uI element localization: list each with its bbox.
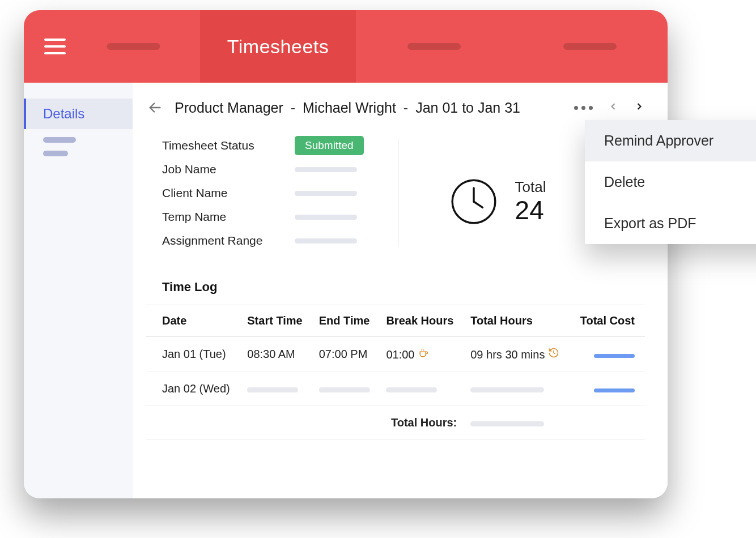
total-value: 24 xyxy=(515,196,546,225)
total-summary: Total 24 xyxy=(432,134,546,253)
client-name-value xyxy=(295,191,357,196)
job-name-value xyxy=(295,167,357,172)
cell-placeholder xyxy=(319,387,370,392)
back-button[interactable] xyxy=(146,99,164,117)
header-placeholder xyxy=(407,43,461,50)
info-fields: Timesheet Status Submitted Job Name Clie… xyxy=(146,134,364,253)
cell-date: Jan 01 (Tue) xyxy=(146,337,240,372)
coffee-icon xyxy=(418,348,429,361)
chevron-right-icon xyxy=(634,101,645,112)
hamburger-menu-icon[interactable] xyxy=(44,39,66,54)
sidebar-placeholder xyxy=(43,151,68,156)
cell-start: 08:30 AM xyxy=(240,337,312,372)
cell-end: 07:00 PM xyxy=(312,337,380,372)
divider xyxy=(398,139,398,247)
temp-name-value xyxy=(295,215,357,220)
col-date: Date xyxy=(146,305,240,337)
app-window: Timesheets Details Product Manager - Mic… xyxy=(24,10,668,498)
col-total: Total Hours xyxy=(464,305,570,337)
footer-label: Total Hours: xyxy=(379,406,464,440)
action-export-pdf[interactable]: Export as PDF xyxy=(585,203,756,244)
breadcrumb-bar: Product Manager - Michael Wright - Jan 0… xyxy=(146,99,645,117)
assignment-range-value xyxy=(295,238,357,244)
cell-cost-placeholder xyxy=(594,354,635,358)
clock-icon xyxy=(449,177,498,226)
col-cost: Total Cost xyxy=(570,305,645,337)
arrow-left-icon xyxy=(147,100,163,116)
crumb-role: Product Manager xyxy=(175,100,283,116)
actions-menu: Remind Approver Delete Export as PDF xyxy=(585,120,756,244)
timelog-heading: Time Log xyxy=(162,280,645,294)
job-name-label: Job Name xyxy=(162,163,295,176)
col-start: Start Time xyxy=(240,305,312,337)
client-name-label: Client Name xyxy=(162,186,295,200)
history-icon xyxy=(548,348,559,361)
total-row: Total Hours: xyxy=(146,406,645,440)
cell-cost-placeholder xyxy=(594,388,635,392)
app-title: Timesheets xyxy=(227,36,329,58)
svg-line-3 xyxy=(474,202,482,207)
status-label: Timesheet Status xyxy=(162,139,295,152)
temp-name-label: Temp Name xyxy=(162,210,295,224)
sidebar-tab-details[interactable]: Details xyxy=(24,99,133,129)
cell-placeholder xyxy=(247,387,298,392)
breadcrumb: Product Manager - Michael Wright - Jan 0… xyxy=(175,100,520,116)
next-button[interactable] xyxy=(634,101,645,114)
total-label: Total xyxy=(515,178,546,196)
crumb-range: Jan 01 to Jan 31 xyxy=(415,100,520,116)
status-badge: Submitted xyxy=(295,136,364,155)
prev-button[interactable] xyxy=(608,101,619,114)
timelog-table: Date Start Time End Time Break Hours Tot… xyxy=(146,305,645,440)
col-break: Break Hours xyxy=(379,305,464,337)
col-end: End Time xyxy=(312,305,380,337)
cell-placeholder xyxy=(470,387,544,392)
assignment-range-label: Assignment Range xyxy=(162,234,295,247)
table-row[interactable]: Jan 02 (Wed) xyxy=(146,372,645,406)
footer-total-placeholder xyxy=(470,421,544,426)
crumb-person: Michael Wright xyxy=(303,100,396,116)
table-row[interactable]: Jan 01 (Tue) 08:30 AM 07:00 PM 01:00 09 … xyxy=(146,337,645,372)
cell-date: Jan 02 (Wed) xyxy=(146,372,240,406)
chevron-left-icon xyxy=(608,101,619,112)
sidebar: Details xyxy=(24,83,133,498)
more-actions-button[interactable] xyxy=(574,106,593,110)
cell-placeholder xyxy=(386,387,437,392)
header-placeholder xyxy=(107,43,160,50)
app-header: Timesheets xyxy=(24,10,668,83)
cell-total: 09 hrs 30 mins xyxy=(464,337,570,372)
sidebar-placeholder xyxy=(43,137,76,143)
action-remind-approver[interactable]: Remind Approver xyxy=(585,120,756,161)
action-delete[interactable]: Delete xyxy=(585,161,756,203)
header-placeholder xyxy=(563,43,617,50)
cell-break: 01:00 xyxy=(379,337,464,372)
